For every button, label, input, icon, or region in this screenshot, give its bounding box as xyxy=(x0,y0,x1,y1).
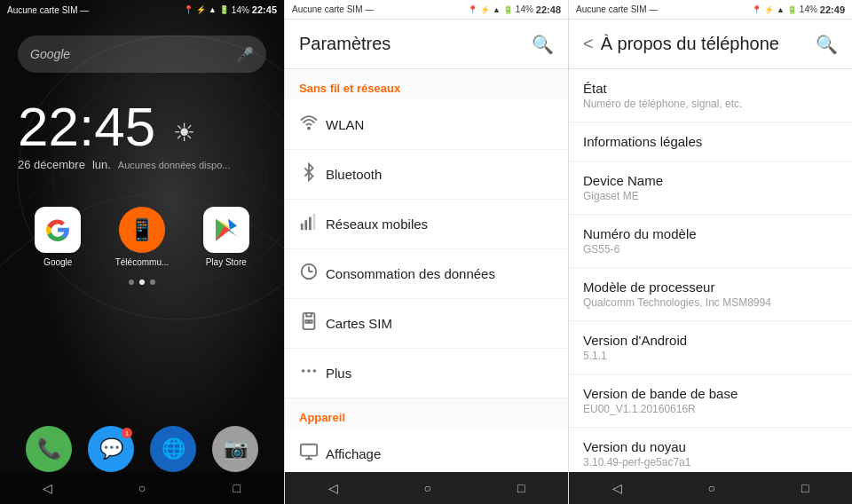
about-device-name-subtitle: Gigaset ME xyxy=(583,190,838,202)
dock-phone[interactable]: 📞 xyxy=(26,426,72,472)
settings-status-icons: 📍 ⚡ ▲ 🔋 14% 22:48 xyxy=(468,4,561,15)
recent-button[interactable]: □ xyxy=(224,475,250,501)
playstore-icon xyxy=(203,207,249,253)
phone-icon: 📞 xyxy=(37,437,61,461)
display-icon xyxy=(299,442,326,466)
about-bat-icon: 🔋 xyxy=(787,5,797,14)
app-playstore[interactable]: Play Store xyxy=(203,207,249,267)
about-legal-title: Informations légales xyxy=(583,134,838,149)
settings-mobile-networks[interactable]: Réseaux mobiles xyxy=(285,200,568,249)
settings-header: Paramètres 🔍 xyxy=(285,20,568,69)
about-device-name[interactable]: Device Name Gigaset ME xyxy=(569,161,852,215)
about-back-btn[interactable]: ◁ xyxy=(612,481,622,495)
settings-panel: Aucune carte SIM — 📍 ⚡ ▲ 🔋 14% 22:48 Par… xyxy=(284,0,568,504)
battery-percent: 14% xyxy=(232,5,249,15)
settings-sim[interactable]: Cartes SIM xyxy=(285,299,568,349)
about-device-name-title: Device Name xyxy=(583,173,838,188)
about-header-left: < À propos du téléphone xyxy=(583,34,779,54)
svg-rect-6 xyxy=(304,220,307,230)
dot-2 xyxy=(139,280,145,285)
browser-icon: 🌐 xyxy=(162,437,185,461)
svg-rect-12 xyxy=(310,320,312,323)
data-notice: Aucunes données dispo... xyxy=(118,160,231,170)
home-status-sim: Aucune carte SIM — xyxy=(7,5,89,15)
home-status-bar: Aucune carte SIM — 📍 ⚡ ▲ 🔋 14% 22:45 xyxy=(0,0,284,20)
telecomm-label: Télécommu... xyxy=(115,257,170,267)
home-status-icons: 📍 ⚡ ▲ 🔋 14% 22:45 xyxy=(184,4,277,15)
about-bt-icon: ⚡ xyxy=(764,5,774,14)
display-label: Affichage xyxy=(326,446,381,461)
svg-point-13 xyxy=(302,369,305,373)
wifi-icon xyxy=(299,113,326,137)
about-search-icon[interactable]: 🔍 xyxy=(816,34,838,55)
about-android-version[interactable]: Version d'Android 5.1.1 xyxy=(569,321,852,374)
svg-point-15 xyxy=(313,369,317,373)
clock-right-panel: ☀ xyxy=(173,118,195,147)
google-icon xyxy=(35,207,81,253)
date-day: 26 décembre xyxy=(18,158,85,171)
about-model[interactable]: Numéro du modèle GS55-6 xyxy=(569,215,852,268)
about-legal[interactable]: Informations légales xyxy=(569,122,852,161)
about-panel: Aucune carte SIM — 📍 ⚡ ▲ 🔋 14% 22:49 < À… xyxy=(568,0,852,504)
settings-wlan[interactable]: WLAN xyxy=(285,100,568,150)
app-google[interactable]: Google xyxy=(35,207,81,267)
svg-rect-11 xyxy=(305,320,308,323)
app-telecomm[interactable]: 📱 Télécommu... xyxy=(115,207,170,267)
settings-search-icon[interactable]: 🔍 xyxy=(532,34,554,55)
playstore-label: Play Store xyxy=(206,257,247,267)
about-processor-title: Modèle de processeur xyxy=(583,280,838,295)
settings-data-usage[interactable]: Consommation des données xyxy=(285,249,568,299)
dock-camera[interactable]: 📷 xyxy=(212,426,258,472)
google-search-bar[interactable]: Google 🎤 xyxy=(18,35,266,73)
settings-time: 22:48 xyxy=(536,4,561,15)
page-dots xyxy=(0,280,284,285)
about-recent-btn[interactable]: □ xyxy=(801,481,809,495)
about-back-icon[interactable]: < xyxy=(583,34,594,54)
about-model-subtitle: GS55-6 xyxy=(583,243,838,256)
svg-rect-7 xyxy=(309,217,312,231)
about-android-subtitle: 5.1.1 xyxy=(583,350,838,362)
mic-icon[interactable]: 🎤 xyxy=(236,46,254,63)
clock-widget: 22:45 ☀ xyxy=(18,99,266,154)
settings-battery: 14% xyxy=(516,4,533,14)
about-wifi-icon: ▲ xyxy=(777,5,785,14)
home-button[interactable]: ○ xyxy=(129,475,155,501)
about-status[interactable]: État Numéro de téléphone, signal, etc. xyxy=(569,69,852,122)
settings-display[interactable]: Affichage xyxy=(285,429,568,472)
svg-point-14 xyxy=(307,369,311,373)
settings-home-btn[interactable]: ○ xyxy=(424,481,431,495)
home-nav-bar: ◁ ○ □ xyxy=(0,472,284,504)
about-kernel-subtitle: 3.10.49-perf-ge5ac7a1 xyxy=(583,456,838,469)
about-status-icons: 📍 ⚡ ▲ 🔋 14% 22:49 xyxy=(752,4,845,15)
about-time: 22:49 xyxy=(820,4,845,15)
about-kernel[interactable]: Version du noyau 3.10.49-perf-ge5ac7a1 xyxy=(569,428,852,472)
svg-point-4 xyxy=(308,127,310,129)
about-processor[interactable]: Modèle de processeur Qualcomm Technologi… xyxy=(569,268,852,321)
about-status-sim: Aucune carte SIM — xyxy=(576,4,658,14)
settings-recent-btn[interactable]: □ xyxy=(517,481,525,495)
settings-loc-icon: 📍 xyxy=(468,5,477,14)
back-button[interactable]: ◁ xyxy=(34,475,60,501)
settings-bluetooth[interactable]: Bluetooth xyxy=(285,150,568,200)
about-home-btn[interactable]: ○ xyxy=(708,481,715,495)
dot-1 xyxy=(129,280,134,285)
about-kernel-title: Version du noyau xyxy=(583,439,838,454)
weather-icon: ☀ xyxy=(173,118,195,147)
battery-status-icon: 🔋 xyxy=(219,5,229,14)
settings-more[interactable]: Plus xyxy=(285,349,568,398)
about-baseband-title: Version de bande de base xyxy=(583,386,838,401)
search-label: Google xyxy=(30,47,236,61)
about-model-title: Numéro du modèle xyxy=(583,226,838,241)
home-time-display: 22:45 xyxy=(18,99,155,154)
svg-rect-16 xyxy=(301,445,317,456)
dock-browser[interactable]: 🌐 xyxy=(150,426,196,472)
mobile-networks-label: Réseaux mobiles xyxy=(326,217,428,232)
location-icon: 📍 xyxy=(184,5,193,14)
about-baseband[interactable]: Version de bande de base EU00_V1.1.20160… xyxy=(569,374,852,428)
svg-rect-8 xyxy=(313,214,316,230)
settings-back-btn[interactable]: ◁ xyxy=(328,481,338,495)
home-clock-status: 22:45 xyxy=(252,4,277,15)
dock-messages[interactable]: 💬 1 xyxy=(88,426,134,472)
settings-nav-bar: ◁ ○ □ xyxy=(285,472,568,504)
svg-rect-5 xyxy=(301,224,304,230)
